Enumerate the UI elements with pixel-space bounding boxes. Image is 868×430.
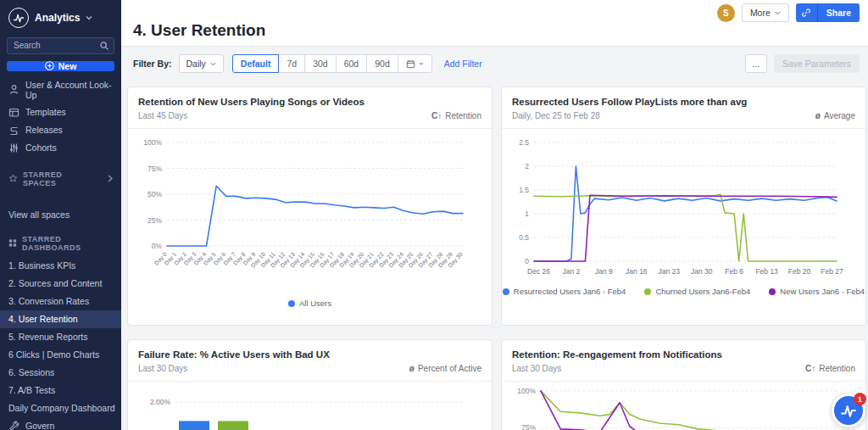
chart-mode[interactable]: ø Percent of Active <box>409 364 481 373</box>
save-parameters-button[interactable]: Save Parameters <box>774 54 860 73</box>
svg-text:75%: 75% <box>147 165 162 173</box>
sidebar-dashboard-revenue-reports[interactable]: 5. Revenue Reports <box>0 328 121 346</box>
share-button[interactable]: Share <box>818 3 860 22</box>
svg-text:2.00%: 2.00% <box>150 398 171 406</box>
interval-value: Daily <box>186 59 206 69</box>
sidebar-item-templates[interactable]: Templates <box>0 103 121 121</box>
svg-text:1: 1 <box>525 209 529 218</box>
more-button-label: More <box>750 8 771 18</box>
search-icon <box>99 39 109 54</box>
chart-subtitle: Daily, Dec 25 to Feb 28 <box>512 111 855 120</box>
user-icon <box>8 84 19 95</box>
sidebar-item-label: Govern <box>25 421 54 430</box>
new-button[interactable]: New <box>7 61 114 71</box>
chart-mode[interactable]: C↑ Retention <box>805 364 855 373</box>
sidebar-dashboard-conversion-rates[interactable]: 3. Conversion Rates <box>0 293 121 310</box>
chevron-right-icon <box>108 175 113 182</box>
sidebar-dashboard-sessions[interactable]: 6. Sessions <box>0 364 121 382</box>
cohorts-icon <box>8 142 19 154</box>
chart-card-retention-new-users[interactable]: Retention of New Users Playing Songs or … <box>127 87 492 326</box>
chart-legend: Resurrected Users Jan6 - Feb4Churned Use… <box>502 287 865 296</box>
legend-dot-icon <box>644 288 651 295</box>
new-button-label: New <box>58 61 77 71</box>
main-area: 4. User Retention S More Share Filter By… <box>121 0 868 430</box>
sidebar-item-cohorts[interactable]: Cohorts <box>0 139 121 157</box>
line-chart: 00.511.522.5Dec 26Jan 2Jan 9Jan 16Jan 23… <box>502 129 865 287</box>
grid-icon <box>8 238 17 248</box>
filter-bar: Filter By: Daily Default 7d 30d 60d 90d … <box>133 53 868 74</box>
copy-link-button[interactable] <box>796 3 818 22</box>
amplitude-logo-icon <box>8 8 29 28</box>
sidebar-item-govern[interactable]: Govern <box>0 417 121 430</box>
assistant-fab-button[interactable]: 1 <box>832 394 865 427</box>
chart-mode[interactable]: C↑ Retention <box>431 111 481 120</box>
filter-by-label: Filter By: <box>133 59 172 69</box>
legend-item[interactable]: Churned Users Jan6-Feb4 <box>644 287 750 296</box>
svg-text:Jan 16: Jan 16 <box>626 267 648 276</box>
legend-dot-icon <box>503 288 509 295</box>
chart-legend: All Users <box>128 299 492 308</box>
amplitude-logo-icon <box>840 402 857 419</box>
chart-mode[interactable]: ø Average <box>815 111 855 120</box>
more-options-button[interactable]: ... <box>745 54 767 73</box>
chart-card-failure-rate[interactable]: Failure Rate: % Active Users with Bad UX… <box>127 339 492 430</box>
sidebar-item-label: Releases <box>25 125 63 135</box>
link-icon <box>801 8 811 18</box>
interval-dropdown[interactable]: Daily <box>179 54 224 73</box>
line-chart: 0%25%50%75%100%Day 0Day 1Day 2Day 3Day 4… <box>128 129 492 299</box>
svg-text:0.5: 0.5 <box>519 233 529 242</box>
add-filter-button[interactable]: Add Filter <box>444 59 482 69</box>
sidebar-dashboard-business-kpis[interactable]: 1. Business KPIs <box>0 257 121 275</box>
sidebar-item-label: Templates <box>25 107 66 117</box>
retention-icon: C↑ <box>805 364 815 373</box>
templates-icon <box>8 107 19 118</box>
range-60d-button[interactable]: 60d <box>336 54 368 73</box>
more-button[interactable]: More <box>742 3 789 22</box>
svg-text:2.5: 2.5 <box>519 138 529 147</box>
legend-label: Churned Users Jan6-Feb4 <box>655 287 750 296</box>
legend-item[interactable]: New Users Jan6 - Feb4 <box>769 287 865 296</box>
chart-mode-label: Average <box>824 111 855 120</box>
legend-item[interactable]: All Users <box>288 299 331 308</box>
view-all-spaces-link[interactable]: View all spaces <box>0 204 121 225</box>
svg-text:Feb 6: Feb 6 <box>725 267 743 276</box>
legend-dot-icon <box>769 288 776 295</box>
chart-subtitle: Last 45 Days <box>138 111 481 120</box>
chart-card-reengagement[interactable]: Retention: Re-engagement from Notificati… <box>501 339 866 430</box>
sidebar-item-releases[interactable]: Releases <box>0 121 121 139</box>
workspace-name: Analytics <box>35 12 80 24</box>
legend-item[interactable]: Resurrected Users Jan6 - Feb4 <box>503 287 626 296</box>
svg-text:Feb 20: Feb 20 <box>788 267 811 276</box>
workspace-switcher[interactable]: Analytics <box>0 0 121 33</box>
sidebar-dashboard-daily-company[interactable]: Daily Company Dashboard <box>0 399 121 417</box>
sidebar-dashboard-sources-content[interactable]: 2. Sources and Content <box>0 275 121 293</box>
svg-text:100%: 100% <box>517 387 536 395</box>
sidebar-dashboard-user-retention[interactable]: 4. User Retention <box>0 310 121 328</box>
sidebar-dashboard-clicks-demo-charts[interactable]: 6 Clicks | Demo Charts <box>0 346 121 364</box>
chart-card-resurrected-users[interactable]: Resurrected Users Follow PlayLists more … <box>501 87 866 326</box>
sidebar-item-user-account-lookup[interactable]: User & Account Look-Up <box>0 76 121 103</box>
legend-label: Resurrected Users Jan6 - Feb4 <box>514 287 626 296</box>
range-90d-button[interactable]: 90d <box>366 54 398 73</box>
topbar: 4. User Retention S More Share <box>121 0 868 47</box>
retention-icon: C↑ <box>431 111 442 120</box>
svg-text:25%: 25% <box>147 216 162 225</box>
sidebar-item-label: Cohorts <box>25 142 57 153</box>
svg-text:0: 0 <box>525 257 529 265</box>
releases-icon <box>8 125 19 136</box>
range-7d-button[interactable]: 7d <box>278 54 305 73</box>
sidebar-dashboard-ab-tests[interactable]: 7. A/B Tests <box>0 382 121 399</box>
avatar[interactable]: S <box>717 4 735 22</box>
search-input[interactable] <box>7 37 114 54</box>
custom-date-button[interactable] <box>398 54 432 73</box>
chart-mode-label: Retention <box>445 111 481 120</box>
chart-title: Retention of New Users Playing Songs or … <box>138 97 481 107</box>
starred-spaces-header[interactable]: STARRED SPACES <box>0 165 121 193</box>
range-default-button[interactable]: Default <box>232 54 280 73</box>
range-30d-button[interactable]: 30d <box>304 54 337 73</box>
calendar-icon <box>406 59 415 69</box>
starred-dashboards-header[interactable]: STARRED DASHBOARDS <box>0 230 121 257</box>
bar-chart: 2.00%1.50%1.00%0.50%0.00% <box>128 382 492 430</box>
notification-badge: 1 <box>854 393 866 405</box>
svg-text:1.5: 1.5 <box>519 186 529 194</box>
